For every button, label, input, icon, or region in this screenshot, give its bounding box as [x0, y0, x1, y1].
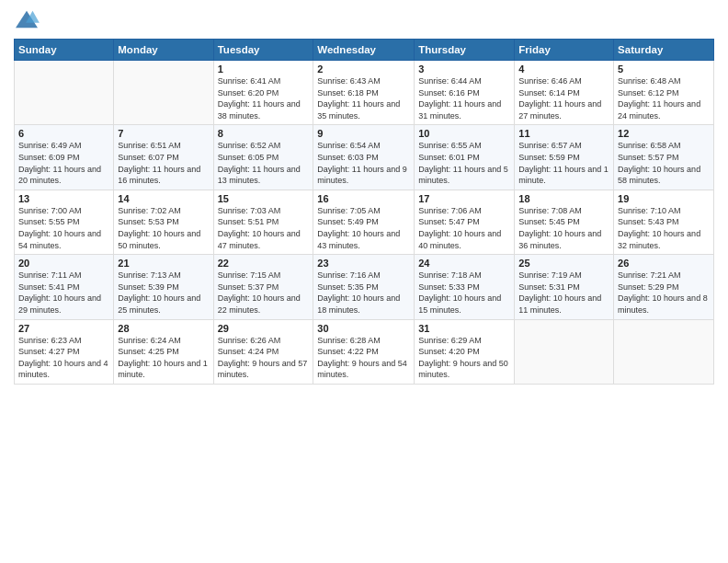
calendar-cell: 11Sunrise: 6:57 AMSunset: 5:59 PMDayligh… [515, 125, 614, 190]
weekday-header-thursday: Thursday [415, 40, 515, 61]
calendar-cell [114, 61, 213, 125]
weekday-header-tuesday: Tuesday [213, 40, 313, 61]
calendar-table: SundayMondayTuesdayWednesdayThursdayFrid… [14, 39, 714, 385]
day-number: 10 [418, 128, 510, 139]
week-row-4: 20Sunrise: 7:11 AMSunset: 5:41 PMDayligh… [15, 255, 714, 319]
day-info: Sunrise: 6:49 AMSunset: 6:09 PMDaylight:… [18, 140, 109, 186]
calendar-cell: 27Sunrise: 6:23 AMSunset: 4:27 PMDayligh… [15, 319, 114, 384]
day-info: Sunrise: 6:23 AMSunset: 4:27 PMDaylight:… [18, 335, 109, 381]
week-row-2: 6Sunrise: 6:49 AMSunset: 6:09 PMDaylight… [15, 125, 714, 190]
day-number: 13 [18, 193, 109, 204]
calendar-cell: 9Sunrise: 6:54 AMSunset: 6:03 PMDaylight… [313, 125, 415, 190]
calendar-cell: 20Sunrise: 7:11 AMSunset: 5:41 PMDayligh… [15, 255, 114, 319]
day-info: Sunrise: 6:43 AMSunset: 6:18 PMDaylight:… [317, 75, 410, 121]
calendar-cell: 30Sunrise: 6:28 AMSunset: 4:22 PMDayligh… [313, 319, 415, 384]
day-number: 5 [618, 63, 710, 75]
day-info: Sunrise: 7:05 AMSunset: 5:49 PMDaylight:… [317, 205, 410, 251]
day-info: Sunrise: 6:54 AMSunset: 6:03 PMDaylight:… [317, 140, 410, 186]
day-info: Sunrise: 6:44 AMSunset: 6:16 PMDaylight:… [418, 75, 510, 121]
calendar-cell: 28Sunrise: 6:24 AMSunset: 4:25 PMDayligh… [114, 319, 213, 384]
calendar-cell [15, 61, 114, 125]
weekday-header-row: SundayMondayTuesdayWednesdayThursdayFrid… [15, 40, 714, 61]
day-info: Sunrise: 7:03 AMSunset: 5:51 PMDaylight:… [218, 205, 310, 251]
logo [14, 9, 43, 31]
day-number: 14 [118, 193, 209, 204]
day-info: Sunrise: 7:13 AMSunset: 5:39 PMDaylight:… [118, 270, 209, 316]
day-info: Sunrise: 6:29 AMSunset: 4:20 PMDaylight:… [418, 335, 510, 381]
page-container: SundayMondayTuesdayWednesdayThursdayFrid… [0, 0, 728, 394]
calendar-cell: 4Sunrise: 6:46 AMSunset: 6:14 PMDaylight… [515, 61, 614, 125]
calendar-cell: 7Sunrise: 6:51 AMSunset: 6:07 PMDaylight… [114, 125, 213, 190]
day-number: 27 [18, 323, 109, 334]
calendar-cell: 29Sunrise: 6:26 AMSunset: 4:24 PMDayligh… [213, 319, 313, 384]
day-number: 4 [518, 63, 609, 75]
header [14, 9, 714, 31]
calendar-cell: 13Sunrise: 7:00 AMSunset: 5:55 PMDayligh… [15, 190, 114, 254]
day-info: Sunrise: 6:58 AMSunset: 5:57 PMDaylight:… [618, 140, 710, 186]
calendar-cell: 16Sunrise: 7:05 AMSunset: 5:49 PMDayligh… [313, 190, 415, 254]
day-info: Sunrise: 6:26 AMSunset: 4:24 PMDaylight:… [218, 335, 310, 381]
day-info: Sunrise: 6:48 AMSunset: 6:12 PMDaylight:… [618, 75, 710, 121]
day-info: Sunrise: 7:18 AMSunset: 5:33 PMDaylight:… [418, 270, 510, 316]
day-number: 15 [218, 193, 310, 204]
weekday-header-saturday: Saturday [614, 40, 714, 61]
day-number: 11 [518, 128, 609, 139]
day-number: 2 [317, 63, 410, 75]
calendar-cell: 24Sunrise: 7:18 AMSunset: 5:33 PMDayligh… [415, 255, 515, 319]
calendar-cell: 19Sunrise: 7:10 AMSunset: 5:43 PMDayligh… [614, 190, 714, 254]
day-info: Sunrise: 7:06 AMSunset: 5:47 PMDaylight:… [418, 205, 510, 251]
calendar-cell: 12Sunrise: 6:58 AMSunset: 5:57 PMDayligh… [614, 125, 714, 190]
day-info: Sunrise: 6:24 AMSunset: 4:25 PMDaylight:… [118, 335, 209, 381]
day-info: Sunrise: 7:15 AMSunset: 5:37 PMDaylight:… [218, 270, 310, 316]
calendar-cell: 18Sunrise: 7:08 AMSunset: 5:45 PMDayligh… [515, 190, 614, 254]
calendar-cell [614, 319, 714, 384]
day-number: 1 [218, 63, 310, 75]
week-row-1: 1Sunrise: 6:41 AMSunset: 6:20 PMDaylight… [15, 61, 714, 125]
day-number: 17 [418, 193, 510, 204]
calendar-cell: 15Sunrise: 7:03 AMSunset: 5:51 PMDayligh… [213, 190, 313, 254]
weekday-header-friday: Friday [515, 40, 614, 61]
calendar-cell: 25Sunrise: 7:19 AMSunset: 5:31 PMDayligh… [515, 255, 614, 319]
calendar-cell: 3Sunrise: 6:44 AMSunset: 6:16 PMDaylight… [415, 61, 515, 125]
calendar-cell: 17Sunrise: 7:06 AMSunset: 5:47 PMDayligh… [415, 190, 515, 254]
calendar-cell: 10Sunrise: 6:55 AMSunset: 6:01 PMDayligh… [415, 125, 515, 190]
calendar-cell: 2Sunrise: 6:43 AMSunset: 6:18 PMDaylight… [313, 61, 415, 125]
day-number: 26 [618, 258, 710, 269]
day-info: Sunrise: 7:21 AMSunset: 5:29 PMDaylight:… [618, 270, 710, 316]
calendar-cell: 1Sunrise: 6:41 AMSunset: 6:20 PMDaylight… [213, 61, 313, 125]
calendar-cell: 23Sunrise: 7:16 AMSunset: 5:35 PMDayligh… [313, 255, 415, 319]
day-number: 29 [218, 323, 310, 334]
day-info: Sunrise: 7:08 AMSunset: 5:45 PMDaylight:… [518, 205, 609, 251]
day-info: Sunrise: 6:52 AMSunset: 6:05 PMDaylight:… [218, 140, 310, 186]
day-number: 20 [18, 258, 109, 269]
week-row-5: 27Sunrise: 6:23 AMSunset: 4:27 PMDayligh… [15, 319, 714, 384]
calendar-cell: 5Sunrise: 6:48 AMSunset: 6:12 PMDaylight… [614, 61, 714, 125]
day-number: 24 [418, 258, 510, 269]
calendar-cell [515, 319, 614, 384]
day-info: Sunrise: 7:00 AMSunset: 5:55 PMDaylight:… [18, 205, 109, 251]
calendar-cell: 21Sunrise: 7:13 AMSunset: 5:39 PMDayligh… [114, 255, 213, 319]
logo-icon [14, 9, 40, 31]
weekday-header-monday: Monday [114, 40, 213, 61]
day-info: Sunrise: 7:11 AMSunset: 5:41 PMDaylight:… [18, 270, 109, 316]
day-number: 21 [118, 258, 209, 269]
day-number: 18 [518, 193, 609, 204]
calendar-cell: 31Sunrise: 6:29 AMSunset: 4:20 PMDayligh… [415, 319, 515, 384]
day-info: Sunrise: 7:19 AMSunset: 5:31 PMDaylight:… [518, 270, 609, 316]
day-info: Sunrise: 7:16 AMSunset: 5:35 PMDaylight:… [317, 270, 410, 316]
weekday-header-sunday: Sunday [15, 40, 114, 61]
day-number: 12 [618, 128, 710, 139]
day-number: 6 [18, 128, 109, 139]
week-row-3: 13Sunrise: 7:00 AMSunset: 5:55 PMDayligh… [15, 190, 714, 254]
day-number: 23 [317, 258, 410, 269]
day-number: 25 [518, 258, 609, 269]
day-info: Sunrise: 6:46 AMSunset: 6:14 PMDaylight:… [518, 75, 609, 121]
day-number: 22 [218, 258, 310, 269]
calendar-cell: 6Sunrise: 6:49 AMSunset: 6:09 PMDaylight… [15, 125, 114, 190]
calendar-cell: 14Sunrise: 7:02 AMSunset: 5:53 PMDayligh… [114, 190, 213, 254]
calendar-cell: 26Sunrise: 7:21 AMSunset: 5:29 PMDayligh… [614, 255, 714, 319]
day-number: 7 [118, 128, 209, 139]
day-number: 28 [118, 323, 209, 334]
day-number: 3 [418, 63, 510, 75]
day-number: 30 [317, 323, 410, 334]
